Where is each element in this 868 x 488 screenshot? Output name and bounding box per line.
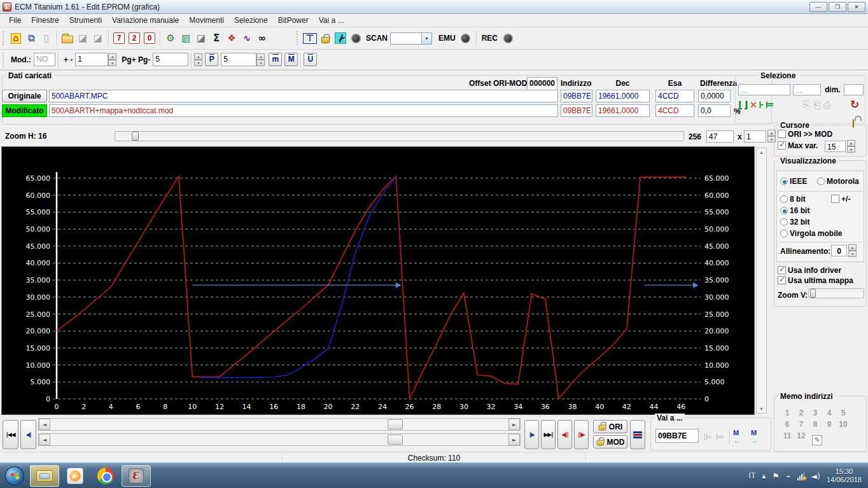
volume-icon[interactable]: ◄) <box>811 471 820 481</box>
emu-record-button[interactable] <box>458 31 473 46</box>
start-button[interactable] <box>1 465 29 487</box>
paste-right-button[interactable]: ⎙ <box>823 99 834 111</box>
allineamento-spinner[interactable]: ▲▼ <box>848 244 857 257</box>
language-indicator[interactable]: IT <box>749 471 756 480</box>
select-h2-button[interactable]: ⊨ <box>765 99 775 111</box>
deselect-button[interactable]: ✕ <box>750 99 759 111</box>
percent-mode-button[interactable]: P <box>205 53 218 66</box>
driver-info-button[interactable]: ⚙ <box>163 31 178 46</box>
menu-finestre[interactable]: Finestre <box>26 15 64 26</box>
zoom-h-thumb[interactable] <box>132 132 139 141</box>
cursore-lock-icon[interactable] <box>853 119 854 128</box>
mod-lock-button[interactable]: MOD <box>593 435 627 449</box>
memo-slot-2[interactable]: 2 <box>795 408 807 417</box>
max-button[interactable]: M <box>284 53 298 66</box>
selezione-field-2[interactable]: ... <box>793 84 821 95</box>
menu-bitpower[interactable]: BitPower <box>273 15 314 26</box>
vai-table-right-button[interactable]: ⊨ <box>716 431 728 443</box>
memo-slot-11[interactable]: 11 <box>781 431 793 440</box>
taskbar-wmp-button[interactable]: ▶ <box>60 465 90 487</box>
prev-map-button[interactable]: ◀| <box>20 420 36 449</box>
goto-prev-map-button[interactable]: M← <box>733 429 740 444</box>
prev-diff-button[interactable]: ◀|| <box>557 420 572 449</box>
menu-selezione[interactable]: Selezione <box>229 15 273 26</box>
plusminus-checkbox[interactable] <box>831 195 839 203</box>
pg-input[interactable]: 5 <box>153 53 188 66</box>
save-all-button-disabled[interactable]: ◪ <box>90 31 106 46</box>
compare-chart-button[interactable] <box>630 420 645 449</box>
restore-button[interactable]: ❐ <box>829 2 846 12</box>
menu-movimenti[interactable]: Movimenti <box>184 15 229 26</box>
open-file-button[interactable] <box>60 31 75 46</box>
record-button[interactable] <box>348 31 363 46</box>
bit16-radio[interactable] <box>780 207 788 214</box>
pg-spinner[interactable]: ▲▼ <box>194 53 202 66</box>
zoom-v-thumb[interactable] <box>810 289 816 298</box>
menu-variazione-manuale[interactable]: Variazione manuale <box>107 15 184 26</box>
taskbar-clock[interactable]: 15:30 14/06/2018 <box>827 468 862 484</box>
scroll-down-icon[interactable]: ▼ <box>759 405 764 413</box>
ori-mod-checkbox[interactable] <box>778 130 786 138</box>
undo-button[interactable]: U <box>304 53 317 66</box>
memo-slot-12[interactable]: 12 <box>795 431 807 440</box>
scrollbar-mod[interactable]: ◄ ► <box>38 433 521 446</box>
motorola-radio[interactable] <box>817 178 825 185</box>
zoom-h-slider[interactable] <box>115 131 684 141</box>
action-center-flag-icon[interactable]: ⚑ <box>772 471 780 481</box>
scroll-left-button-2[interactable]: ◄ <box>39 434 50 445</box>
save-button-disabled[interactable]: ◪ <box>75 31 90 46</box>
fill-button[interactable]: ◪ <box>193 31 209 46</box>
calc-7-button[interactable]: 7 <box>111 31 127 46</box>
p-spinner[interactable]: ▲▼ <box>256 53 265 66</box>
menu-strumenti[interactable]: Strumenti <box>64 15 107 26</box>
memo-slot-8[interactable]: 8 <box>809 420 821 429</box>
calc-0-button[interactable]: 0 <box>142 31 157 46</box>
taskbar-chrome-button[interactable] <box>91 465 120 487</box>
toolbar-grip-2[interactable] <box>297 31 300 45</box>
network-icon[interactable]: ✱ <box>797 472 804 480</box>
menu-vai-a[interactable]: Vai a ... <box>314 15 349 26</box>
dim-field[interactable] <box>844 84 864 95</box>
scroll-thumb[interactable] <box>388 419 403 429</box>
usa-info-checkbox[interactable] <box>778 266 786 274</box>
memo-note-icon[interactable]: ✎ <box>812 435 822 445</box>
p-input[interactable]: 5 <box>221 53 256 66</box>
autotuner-button[interactable] <box>333 31 348 46</box>
memo-slot-4[interactable]: 4 <box>823 408 835 417</box>
eprom-chart[interactable]: 005.0005.00010.00010.00015.00015.00020.0… <box>2 147 754 414</box>
sum-button[interactable]: Σ <box>209 31 224 46</box>
taskbar-explorer-button[interactable] <box>30 465 59 487</box>
memo-slot-10[interactable]: 10 <box>837 420 849 429</box>
chart-area[interactable]: 005.0005.00010.00010.00015.00015.00020.0… <box>1 146 755 415</box>
vai-a-input[interactable]: 09BB7E <box>655 429 699 443</box>
scroll-left-button[interactable]: ◄ <box>39 419 50 430</box>
menu-file[interactable]: File <box>4 15 26 26</box>
scroll-thumb-2[interactable] <box>388 435 403 445</box>
next-value-button[interactable]: |▶ <box>524 420 539 449</box>
rows-input[interactable]: 1 <box>744 130 766 143</box>
step-spinner[interactable]: ▲▼ <box>108 53 116 66</box>
power-plug-icon[interactable]: ⌁ <box>786 471 791 481</box>
mod-value-field[interactable]: NO <box>34 53 55 66</box>
close-button[interactable]: ✕ <box>848 2 865 12</box>
goto-first-button[interactable]: |◀◀ <box>3 420 18 449</box>
show-hidden-icons-button[interactable]: ▲ <box>762 473 766 479</box>
scrollbar-ori[interactable]: ◄ ► <box>38 418 521 431</box>
select-h-button[interactable]: ⊦ <box>759 99 765 111</box>
home-button[interactable]: ⌂ <box>8 31 24 46</box>
memo-slot-5[interactable]: 5 <box>837 408 849 417</box>
chevron-down-icon[interactable]: ▼ <box>421 33 431 44</box>
zoom-v-slider[interactable] <box>808 288 864 298</box>
vai-table-left-button[interactable]: ⊫ <box>704 431 716 443</box>
step-input[interactable]: 1 <box>75 53 108 66</box>
find-button[interactable]: ∞ <box>255 31 270 46</box>
page-button-disabled[interactable]: ▯ <box>39 31 54 46</box>
scroll-right-button-2[interactable]: ► <box>508 434 520 445</box>
allineamento-input[interactable]: 0 <box>831 245 847 256</box>
scroll-up-icon[interactable]: ▲ <box>759 148 764 157</box>
toolbar2-grip[interactable] <box>3 53 6 67</box>
paste-up-button[interactable]: ⎗ <box>813 99 823 111</box>
minimize-button[interactable]: — <box>809 2 827 12</box>
bit8-radio[interactable] <box>780 195 788 203</box>
modificato-file-field[interactable]: 500ABARTH+mappa+nodtccat.mod <box>49 104 558 117</box>
